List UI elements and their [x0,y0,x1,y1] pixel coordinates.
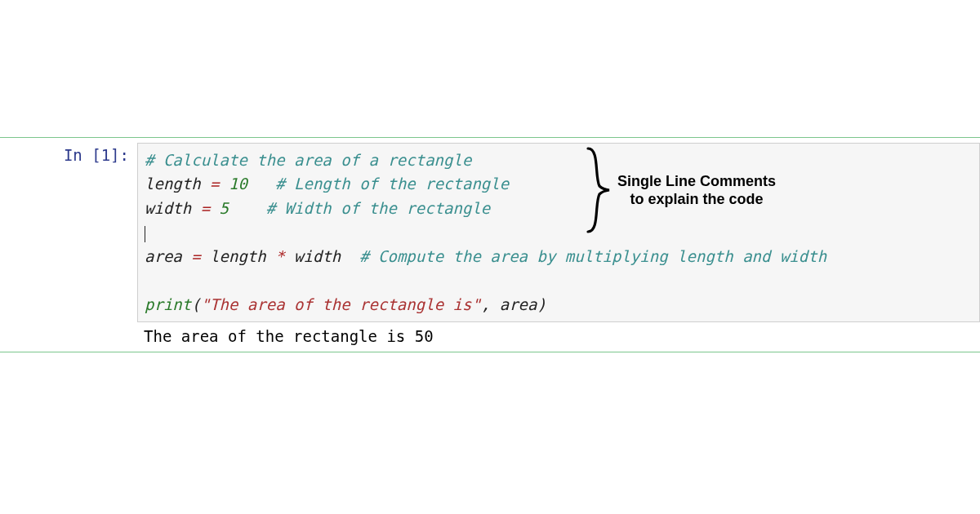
notebook-cell: In [1]: # Calculate the area of a rectan… [0,137,980,352]
code-var-length-2: length [201,247,276,265]
code-var-width: width [145,199,201,217]
code-func-print: print [145,295,191,313]
code-comment-1: # Calculate the area of a rectangle [145,151,471,169]
output-prompt-area [0,324,137,345]
code-var-length: length [145,175,210,193]
code-paren-open: ( [191,295,200,313]
code-op-mult: * [275,247,284,265]
code-op-assign-3: = [191,247,200,265]
output-text: The area of the rectangle is 50 [137,324,434,345]
code-num-5: 5 [210,199,229,217]
code-arg-area: area [490,295,537,313]
code-var-width-2: width [285,247,360,265]
code-comment-3: # Width of the rectangle [229,199,490,217]
code-comment-4: # Compute the area by multiplying length… [359,247,826,265]
code-input[interactable]: # Calculate the area of a rectangle leng… [137,143,980,322]
input-row: In [1]: # Calculate the area of a rectan… [0,138,980,322]
code-op-assign-2: = [201,199,210,217]
code-op-assign-1: = [210,175,219,193]
input-prompt-label: In [1]: [64,146,129,164]
code-var-area: area [145,247,191,265]
code-paren-close: ) [537,295,546,313]
text-cursor [145,226,145,242]
output-row: The area of the rectangle is 50 [0,322,980,352]
input-prompt-area: In [1]: [0,143,137,164]
code-content: # Calculate the area of a rectangle leng… [145,148,973,317]
code-num-10: 10 [220,175,247,193]
code-string: "The area of the rectangle is" [201,295,481,313]
code-comment-2: # Length of the rectangle [247,175,509,193]
code-comma: , [481,295,490,313]
